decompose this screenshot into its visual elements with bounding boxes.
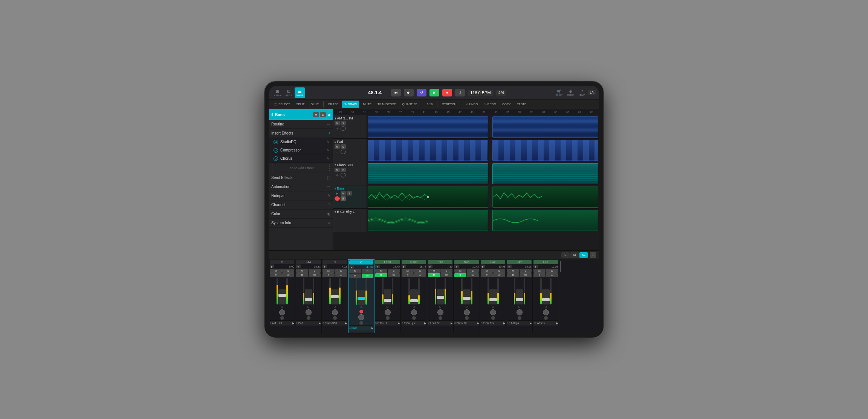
ch11-write[interactable]: W [546,273,558,277]
ch4-play[interactable]: ▶ [349,265,354,269]
ch10-play[interactable]: ▶ [507,265,512,268]
ch4-knob[interactable] [358,314,364,320]
track-s-btn[interactable]: S [320,112,326,117]
ch3-write[interactable]: W [335,273,347,277]
mixer-expand-btn[interactable]: ▷ [590,252,596,258]
chorus-edit-icon[interactable]: ✎ [327,157,330,161]
help-button[interactable]: ? HELP [577,88,587,98]
track2-solo-btn[interactable]: S [341,144,346,149]
tap-to-add-effect[interactable]: Tap to Add Effect [272,164,330,172]
ch2-read[interactable]: R [296,273,308,277]
ch1-eq[interactable]: ⊙ [270,305,294,309]
chorus-power-btn[interactable]: ⏻ [274,156,278,161]
ch9-play[interactable]: ▶ [481,265,485,268]
track4-rec-btn[interactable] [335,196,340,201]
ch8-eq[interactable]: ⊙ [454,305,479,309]
ch4-mute[interactable]: M [349,269,361,273]
draw-tool[interactable]: ✎ DRAW [342,101,359,108]
track-m-btn[interactable]: M [313,112,319,117]
redo-button[interactable]: ↪ REDO [482,101,498,108]
track3-mute-btn[interactable]: M [335,168,340,172]
track4-solo-btn[interactable]: S [347,191,352,196]
ch1-play[interactable]: ▶ [270,265,274,268]
track3-icon[interactable]: ⚙ [335,173,340,177]
ch10-solo[interactable]: S [520,269,532,273]
ch7-fader-area[interactable] [428,278,452,304]
record-button[interactable]: ● [442,89,452,96]
ch5-mute[interactable]: M [375,269,387,273]
ch7-mute[interactable]: M [428,269,440,273]
track4-mute-btn[interactable]: M [341,191,346,196]
ch6-mute[interactable]: M [402,269,414,273]
ch10-write[interactable]: W [520,273,532,277]
ch2-mute[interactable]: M [296,269,308,273]
ch4-write[interactable]: W [362,274,374,278]
ch9-read[interactable]: R [481,273,493,277]
ch2-solo[interactable]: S [309,269,321,273]
ch1-solo[interactable]: S [282,269,294,273]
mixer-size-s[interactable]: S [561,252,570,258]
compressor-power-btn[interactable]: ⏻ [274,148,278,153]
studio-eq-effect[interactable]: ⏻ StudioEQ ✎ [269,138,333,146]
ch7-write[interactable]: W [440,273,452,277]
track3-solo-btn[interactable]: S [341,168,346,172]
ch8-write[interactable]: W [467,273,479,277]
ch8-knob[interactable] [464,309,470,315]
ch7-knob[interactable] [437,309,443,315]
ch7-label[interactable]: 7 Lead Gtr ▶ [428,320,452,326]
ch11-label[interactable]: 11 Atmos ▶ [533,320,558,326]
compressor-edit-icon[interactable]: ✎ [327,148,330,152]
ch9-mute[interactable]: M [481,269,493,273]
ch5-solo[interactable]: S [388,269,400,273]
ch10-read[interactable]: R [507,273,519,277]
ch5-label[interactable]: 5 E Gu...1 ▶ [375,320,400,326]
ch11-solo[interactable]: S [546,269,558,273]
ch2-eq[interactable]: ⊙ [296,305,321,309]
ch4-fader-area[interactable] [349,278,373,305]
ch1-mute[interactable]: M [270,269,282,273]
ch6-read[interactable]: R [402,273,414,277]
rewind-button[interactable]: ⏮ [391,89,401,96]
pads-button[interactable]: ⊡ PADS [283,87,294,98]
track4-meter-btn[interactable]: ▣ [341,196,346,201]
track-1-content[interactable] [367,115,599,138]
automation-section[interactable]: Automation 〰 [269,182,333,191]
ch8-fader-area[interactable] [454,278,479,304]
ch4-label[interactable]: 4 Bass ▶ [349,325,373,330]
ch8-solo[interactable]: S [467,269,479,273]
quantize-tool[interactable]: QUANTIZE [400,101,419,108]
ch6-knob[interactable] [411,309,417,315]
ch4-solo[interactable]: S [362,269,374,273]
mixer-size-m[interactable]: M [570,252,579,258]
ch2-fader-area[interactable] [296,278,321,304]
compressor-effect[interactable]: ⏻ Compressor ✎ [269,146,333,154]
track-5-content[interactable] [367,209,599,232]
ch9-knob[interactable] [490,309,496,315]
undo-button[interactable]: ↩ UNDO [463,101,480,108]
insert-effects-section[interactable]: Insert Effects + [269,129,333,138]
ch3-eq[interactable]: ⊙ [322,305,347,309]
ch9-eq[interactable]: ⊙ [481,305,505,309]
ch1-read[interactable]: R [270,273,282,277]
studio-eq-edit-icon[interactable]: ✎ [327,140,330,144]
ch1-knob[interactable] [279,309,285,315]
ch7-solo[interactable]: S [440,269,452,273]
notepad-section[interactable]: Notepad ✎ [269,191,333,200]
select-tool[interactable]: ⬚ SELECT [272,101,292,108]
ch10-mute[interactable]: M [507,269,519,273]
bpm-display[interactable]: 118.0 BPM [468,90,493,96]
ch6-play[interactable]: ▶ [402,265,406,268]
ch3-knob[interactable] [332,309,338,315]
ch8-mute[interactable]: M [454,269,466,273]
ch4-read[interactable]: R [349,274,361,278]
ch11-mute[interactable]: M [533,269,546,273]
track-4-content[interactable] [367,185,599,208]
track4-play-btn[interactable]: ▶ [335,191,340,196]
ch8-play[interactable]: ▶ [454,265,459,268]
quantize-display[interactable]: 1/4 [588,90,596,95]
shop-button[interactable]: 🛒 SHOP [554,88,564,98]
ch11-eq[interactable]: ⊙ [533,305,558,309]
ch10-eq[interactable]: ⊙ [507,305,532,309]
ch2-write[interactable]: W [309,273,321,277]
ch4-eq[interactable]: ⊙ [349,305,373,309]
